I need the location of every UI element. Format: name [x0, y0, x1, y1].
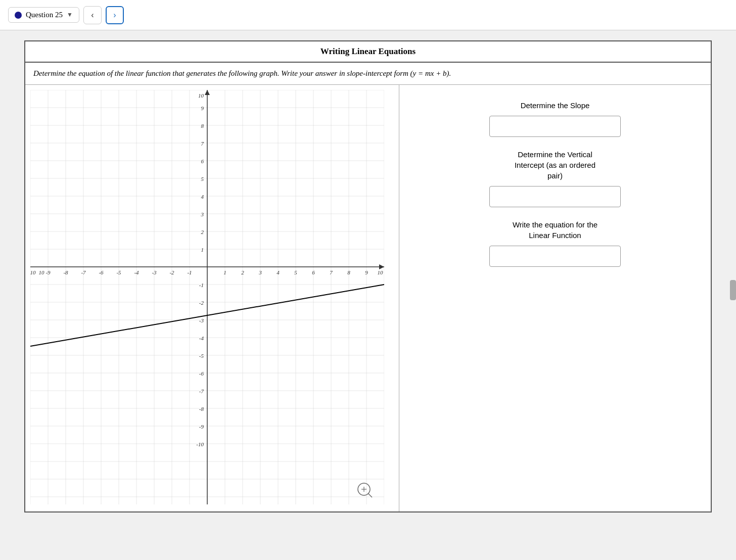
- tick-label-y-neg6: -6: [199, 370, 204, 377]
- tick-label-x-6: 6: [312, 269, 315, 275]
- equation-section: Write the equation for theLinear Functio…: [411, 219, 699, 267]
- tick-label-y-1: 1: [201, 247, 204, 253]
- tick-label-x-neg9: -9: [45, 269, 51, 275]
- graph-svg: -1 -2 -3 -4 -5 -6 -7 -8 -9 10 1 2 3 4 5: [30, 90, 384, 504]
- tick-label-y-2: 2: [201, 229, 204, 235]
- tick-label-y-8: 8: [201, 123, 204, 129]
- tick-label-y-5: 5: [201, 176, 204, 182]
- tick-label-x-10: 10: [378, 269, 384, 275]
- slope-section: Determine the Slope: [411, 100, 699, 137]
- intercept-input[interactable]: [489, 186, 621, 207]
- tick-label-y-neg3: -3: [199, 317, 204, 323]
- main-content: Writing Linear Equations Determine the e…: [0, 30, 736, 523]
- tick-label-x-neg5: -5: [116, 269, 121, 275]
- card-header: Writing Linear Equations: [25, 41, 711, 63]
- tick-label-y-neg1: -1: [199, 282, 204, 288]
- tick-label-x-2: 2: [241, 269, 244, 275]
- tick-label-x-9: 9: [365, 269, 368, 275]
- tick-label-x-4: 4: [277, 269, 280, 275]
- tick-label-x-neg2: -2: [169, 269, 174, 275]
- tick-label-y-neg7: -7: [199, 388, 204, 394]
- tick-label-y-neg5: -5: [199, 353, 204, 359]
- right-panel: Determine the Slope Determine the Vertic…: [399, 85, 711, 511]
- tick-label-x-5: 5: [294, 269, 297, 275]
- question-selector[interactable]: Question 25 ▼: [8, 7, 79, 23]
- graph-section: -1 -2 -3 -4 -5 -6 -7 -8 -9 10 1 2 3 4 5: [25, 85, 399, 511]
- next-button[interactable]: ›: [106, 6, 124, 24]
- tick-label-x-neg4: -4: [134, 269, 139, 275]
- tick-label-y-7: 7: [201, 141, 204, 147]
- equation-label: Write the equation for theLinear Functio…: [513, 219, 597, 241]
- tick-label-y-neg2: -2: [199, 300, 204, 306]
- tick-label-y-neg9: -9: [199, 424, 204, 430]
- tick-label-x-neg6: -6: [99, 269, 104, 275]
- instructions-text: Determine the equation of the linear fun…: [33, 69, 451, 77]
- tick-label-y-neg4: -4: [199, 335, 204, 341]
- card-body: -1 -2 -3 -4 -5 -6 -7 -8 -9 10 1 2 3 4 5: [25, 85, 711, 511]
- intercept-section: Determine the VerticalIntercept (as an o…: [411, 149, 699, 207]
- scrollbar[interactable]: [730, 280, 736, 300]
- tick-label-y-10: 10: [198, 92, 204, 99]
- tick-label-x-7: 7: [330, 269, 333, 275]
- slope-input[interactable]: [489, 116, 621, 137]
- slope-label: Determine the Slope: [521, 100, 590, 111]
- prev-button[interactable]: ‹: [83, 6, 102, 24]
- question-dot: [15, 12, 22, 19]
- chevron-down-icon: ▼: [67, 11, 73, 19]
- equation-input[interactable]: [489, 246, 621, 267]
- tick-label-y-neg10: -10: [196, 441, 204, 447]
- tick-label-y-neg8: -8: [199, 406, 204, 412]
- tick-label-x-neg8: -8: [63, 269, 68, 275]
- tick-label-y-6: 6: [201, 158, 204, 164]
- question-label: Question 25: [26, 11, 63, 19]
- top-bar: Question 25 ▼ ‹ ›: [0, 0, 736, 30]
- card-instructions: Determine the equation of the linear fun…: [25, 63, 711, 85]
- tick-label-x-neg3: -3: [152, 269, 157, 275]
- tick-label-y-3: 3: [201, 211, 204, 217]
- tick-label-x-neg1: -1: [187, 269, 192, 275]
- question-card: Writing Linear Equations Determine the e…: [24, 40, 712, 512]
- tick-label-x-3: 3: [258, 269, 262, 275]
- tick-label-y-9: 9: [201, 105, 204, 111]
- tick-label-x-1: 1: [223, 269, 226, 275]
- tick-label-x-neg10: 10: [30, 269, 36, 275]
- tick-label-y-4: 4: [201, 194, 204, 200]
- card-title: Writing Linear Equations: [320, 46, 416, 56]
- tick-label-x-8: 8: [347, 269, 350, 275]
- intercept-label: Determine the VerticalIntercept (as an o…: [515, 149, 595, 181]
- tick-label-x-neg7: -7: [81, 269, 86, 275]
- tick-label-x-leftedge: 10: [39, 269, 45, 275]
